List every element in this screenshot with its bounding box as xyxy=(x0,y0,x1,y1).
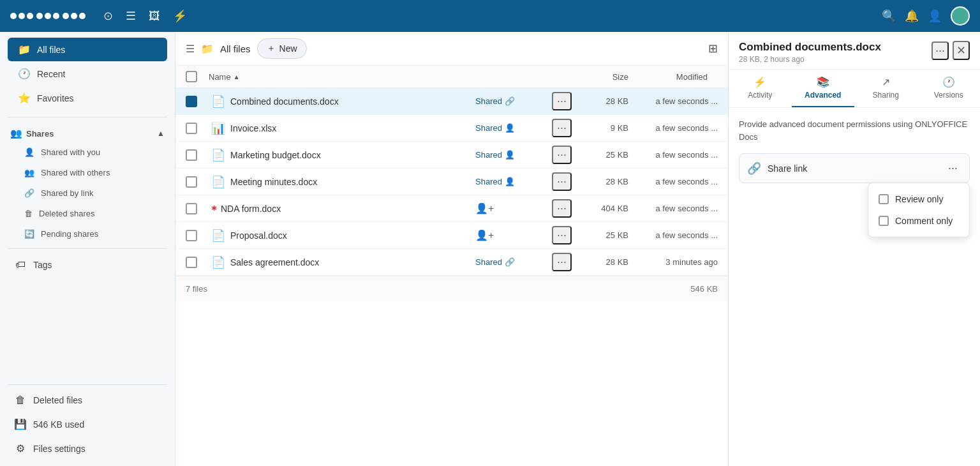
gear-icon: ⚙ xyxy=(14,442,27,455)
pending-shares-label: Pending shares xyxy=(41,229,98,239)
versions-tab-icon: 🕐 xyxy=(942,76,955,88)
sidebar-item-recent[interactable]: 🕐 Recent xyxy=(8,62,167,86)
sidebar-item-shared-by-link[interactable]: 🔗 Shared by link xyxy=(4,183,171,203)
comment-only-checkbox[interactable] xyxy=(879,216,889,226)
nav-gallery-icon[interactable]: 🖼 xyxy=(149,10,160,23)
file-modified: a few seconds ... xyxy=(628,123,718,133)
advanced-tab-label: Advanced xyxy=(805,91,841,100)
file-name: Sales agreement.docx xyxy=(230,257,475,267)
file-checkbox[interactable] xyxy=(186,176,197,188)
file-name: Meeting minutes.docx xyxy=(230,177,475,187)
panel-more-button[interactable]: ··· xyxy=(932,41,949,60)
more-actions-button[interactable]: ··· xyxy=(552,119,572,137)
modified-column-header[interactable]: Modified xyxy=(628,72,718,82)
panel-subtitle: 28 KB, 2 hours ago xyxy=(739,55,881,64)
tab-versions[interactable]: 🕐 Versions xyxy=(917,70,981,107)
more-actions-button[interactable]: ··· xyxy=(552,92,572,110)
sidebar-item-deleted-shares[interactable]: 🗑 Deleted shares xyxy=(4,204,171,223)
file-name: Proposal.docx xyxy=(230,230,475,241)
file-checkbox[interactable] xyxy=(186,203,197,214)
add-person-icon[interactable]: 👤+ xyxy=(475,203,494,214)
file-checkbox[interactable] xyxy=(186,96,197,107)
sidebar-all-files-label: All files xyxy=(37,45,65,55)
table-row[interactable]: 📄 Sales agreement.docx Shared 🔗 ··· 28 K… xyxy=(175,249,728,276)
tab-advanced[interactable]: 📚 Advanced xyxy=(792,70,855,107)
sidebar-item-favorites[interactable]: ⭐ Favorites xyxy=(8,86,167,110)
more-actions-button[interactable]: ··· xyxy=(552,172,572,191)
table-row[interactable]: 📄 Combined documents.docx Shared 🔗 ··· 2… xyxy=(175,88,728,115)
table-row[interactable]: 📄 Proposal.docx 👤+ ··· 25 KB a few secon… xyxy=(175,222,728,249)
shared-label: Shared xyxy=(475,96,502,106)
shared-badge[interactable]: Shared 🔗 xyxy=(475,257,552,267)
deleted-files-label: Deleted files xyxy=(33,395,82,405)
panel-close-button[interactable]: ✕ xyxy=(953,41,970,60)
review-only-option[interactable]: Review only xyxy=(868,188,969,210)
notifications-icon[interactable]: 🔔 xyxy=(905,9,919,23)
table-row[interactable]: ✱ NDA form.docx 👤+ ··· 404 KB a few seco… xyxy=(175,195,728,222)
review-only-checkbox[interactable] xyxy=(879,194,889,204)
new-button[interactable]: ＋ New xyxy=(257,38,307,59)
person-icon: 👤 xyxy=(505,150,515,160)
sidebar-item-deleted-files[interactable]: 🗑 Deleted files xyxy=(4,389,171,412)
shared-label: Shared xyxy=(475,150,502,160)
add-person-icon[interactable]: 👤+ xyxy=(475,230,494,241)
search-icon[interactable]: 🔍 xyxy=(882,9,896,23)
file-checkbox[interactable] xyxy=(186,230,197,241)
sidebar-item-shared-with-you[interactable]: 👤 Shared with you xyxy=(4,142,171,162)
shared-badge[interactable]: Shared 👤 xyxy=(475,150,552,160)
shared-by-link-icon: 🔗 xyxy=(24,188,34,198)
divider-shares xyxy=(8,117,167,117)
file-type-icon: 📄 xyxy=(211,255,225,269)
sidebar-item-shared-with-others[interactable]: 👥 Shared with others xyxy=(4,163,171,183)
size-column-label: Size xyxy=(612,72,628,82)
contacts-icon[interactable]: 👤 xyxy=(928,9,942,23)
folder-icon: 📁 xyxy=(18,43,31,56)
more-actions-button[interactable]: ··· xyxy=(552,253,572,271)
tag-icon: 🏷 xyxy=(14,259,27,271)
file-checkbox[interactable] xyxy=(186,257,197,268)
file-count: 7 files xyxy=(186,284,207,294)
file-size: 25 KB xyxy=(577,150,628,160)
file-type-icon: 📄 xyxy=(211,175,225,189)
select-all-checkbox[interactable] xyxy=(186,71,197,82)
nav-activity-icon[interactable]: ⚡ xyxy=(173,9,187,23)
more-actions-col: ··· xyxy=(552,172,577,191)
more-actions-button[interactable]: ··· xyxy=(552,199,572,218)
tab-activity[interactable]: ⚡ Activity xyxy=(729,70,792,107)
trash-icon: 🗑 xyxy=(14,395,27,406)
name-column-header[interactable]: Name ▲ xyxy=(209,72,475,82)
user-avatar[interactable] xyxy=(951,6,970,26)
table-header: Name ▲ Size Modified xyxy=(175,66,728,88)
more-actions-button[interactable]: ··· xyxy=(552,226,572,244)
more-actions-button[interactable]: ··· xyxy=(552,146,572,164)
app-logo[interactable] xyxy=(10,13,85,19)
activity-tab-label: Activity xyxy=(748,91,772,100)
file-checkbox[interactable] xyxy=(186,149,197,161)
collapse-sidebar-icon[interactable]: ☰ xyxy=(186,43,195,55)
shared-badge[interactable]: Shared 🔗 xyxy=(475,96,552,106)
sidebar-item-pending-shares[interactable]: 🔄 Pending shares xyxy=(4,224,171,244)
shared-status: Shared 🔗 xyxy=(475,96,552,106)
shared-badge[interactable]: Shared 👤 xyxy=(475,177,552,186)
sidebar-item-tags[interactable]: 🏷 Tags xyxy=(4,253,171,276)
versions-tab-label: Versions xyxy=(934,91,963,100)
tab-sharing[interactable]: ↗ Sharing xyxy=(854,70,917,107)
more-actions-col: ··· xyxy=(552,92,577,110)
shared-badge[interactable]: Shared 👤 xyxy=(475,123,552,133)
file-checkbox[interactable] xyxy=(186,123,197,134)
person-icon: 👤 xyxy=(505,177,515,186)
nav-menu-icon[interactable]: ☰ xyxy=(126,9,136,23)
sidebar-item-files-settings[interactable]: ⚙ Files settings xyxy=(4,437,171,460)
sidebar-item-all-files[interactable]: 📁 All files xyxy=(8,38,167,61)
panel-header: Combined documents.docx 28 KB, 2 hours a… xyxy=(729,32,980,70)
table-row[interactable]: 📄 Meeting minutes.docx Shared 👤 ··· 28 K… xyxy=(175,169,728,195)
table-row[interactable]: 📄 Marketing budget.docx Shared 👤 ··· 25 … xyxy=(175,142,728,169)
share-link-more-button[interactable]: ··· xyxy=(944,160,961,176)
comment-only-option[interactable]: Comment only xyxy=(868,210,969,232)
grid-view-icon[interactable]: ⊞ xyxy=(708,41,718,56)
table-row[interactable]: 📊 Invoice.xlsx Shared 👤 ··· 9 KB a few s… xyxy=(175,115,728,142)
shares-section-header[interactable]: 👥 Shares ▲ xyxy=(0,121,175,142)
nav-dashboard-icon[interactable]: ⊙ xyxy=(103,9,113,23)
person-icon: 👤 xyxy=(505,123,515,133)
size-column-header[interactable]: Size xyxy=(577,72,628,82)
